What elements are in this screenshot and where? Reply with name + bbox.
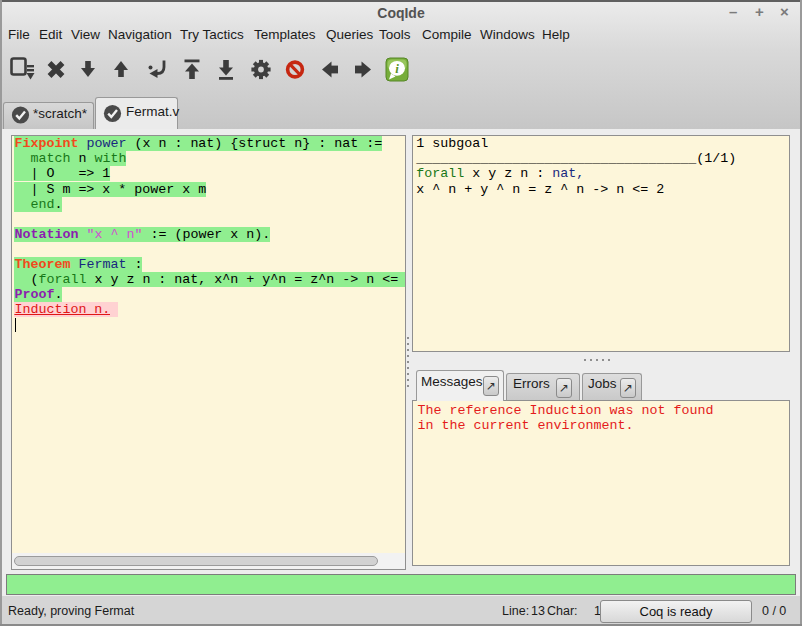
svg-text:i: i bbox=[395, 61, 399, 76]
